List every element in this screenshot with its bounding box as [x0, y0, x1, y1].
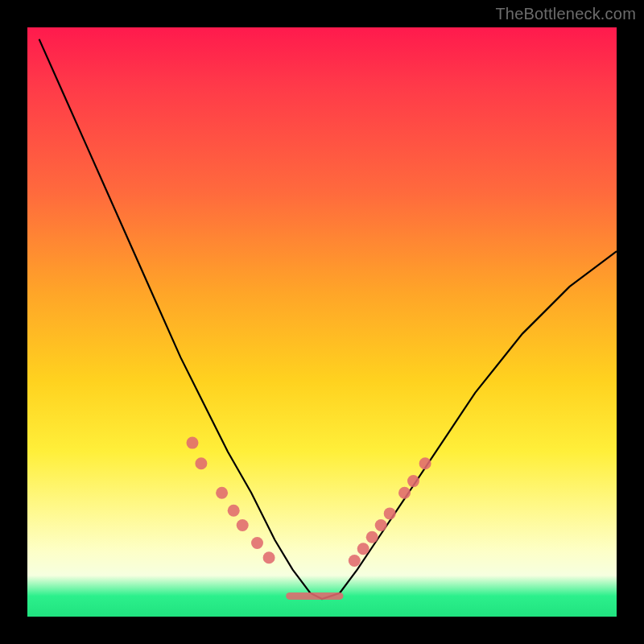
- marker-dot: [357, 543, 369, 555]
- plot-area: [27, 27, 617, 617]
- marker-dot: [349, 555, 361, 567]
- chart-frame: TheBottleneck.com: [0, 0, 644, 644]
- curve-svg: [27, 27, 617, 617]
- bottleneck-curve: [39, 39, 617, 599]
- marker-dot: [375, 519, 387, 531]
- marker-dot: [419, 457, 431, 469]
- marker-dot: [407, 475, 419, 487]
- marker-dot: [228, 505, 240, 517]
- marker-dot: [251, 537, 263, 549]
- marker-dot: [195, 457, 207, 469]
- marker-dot: [237, 519, 249, 531]
- marker-dot: [398, 487, 411, 499]
- marker-dot: [187, 437, 199, 449]
- marker-dot: [384, 507, 396, 519]
- markers-right: [349, 457, 431, 567]
- watermark-text: TheBottleneck.com: [495, 5, 636, 23]
- marker-dot: [263, 551, 275, 564]
- marker-dot: [216, 487, 228, 499]
- marker-dot: [366, 531, 378, 543]
